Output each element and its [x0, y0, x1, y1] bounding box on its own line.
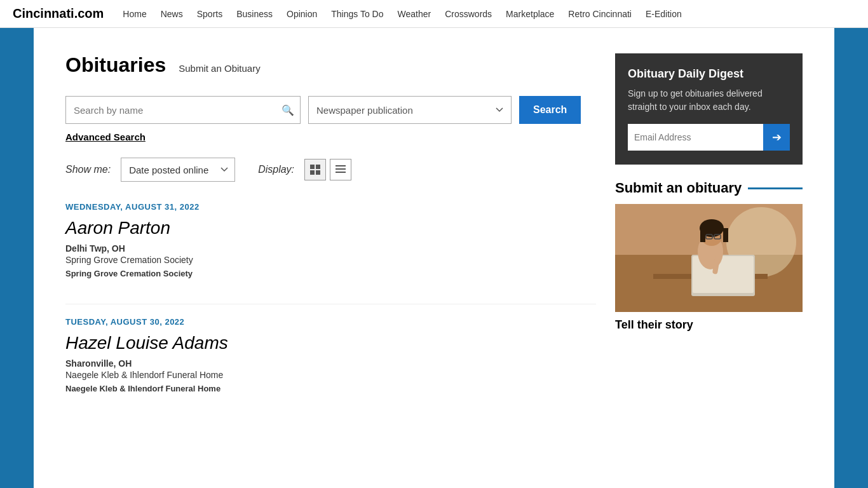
submit-obit-title: Submit an obituary: [615, 180, 803, 196]
filter-row: Show me: Date posted online Date of pass…: [65, 158, 596, 182]
display-icons: [304, 159, 351, 180]
tell-story-label: Tell their story: [615, 318, 803, 332]
sidebar: Obituary Daily Digest Sign up to get obi…: [615, 53, 803, 463]
submit-obit-image[interactable]: [615, 204, 803, 312]
submit-obituary-link[interactable]: Submit an Obituary: [179, 63, 260, 74]
obit-date-0: WEDNESDAY, AUGUST 31, 2022: [65, 202, 596, 212]
nav-weather[interactable]: Weather: [398, 9, 431, 19]
obit-funeral-link-1[interactable]: Naegele Kleb & Ihlendorf Funeral Home: [65, 384, 596, 393]
nav-news[interactable]: News: [161, 9, 183, 19]
display-label: Display:: [258, 164, 294, 175]
obit-name-0[interactable]: Aaron Parton: [65, 218, 596, 238]
nav-retro[interactable]: Retro Cincinnati: [568, 9, 632, 19]
digest-desc: Sign up to get obituaries delivered stra…: [628, 87, 790, 114]
nav-e-edition[interactable]: E-Edition: [646, 9, 682, 19]
nav-marketplace[interactable]: Marketplace: [506, 9, 554, 19]
svg-rect-5: [336, 168, 346, 170]
date-filter-select[interactable]: Date posted online Date of passing: [121, 158, 235, 182]
obit-funeral-1: Naegele Kleb & Ihlendorf Funeral Home: [65, 370, 596, 380]
svg-rect-6: [336, 172, 346, 173]
svg-rect-16: [700, 228, 705, 242]
search-input[interactable]: [65, 96, 301, 124]
obit-funeral-link-0[interactable]: Spring Grove Cremation Society: [65, 269, 596, 278]
svg-rect-17: [723, 228, 728, 242]
page-title-row: Obituaries Submit an Obituary: [65, 53, 596, 77]
svg-rect-1: [316, 165, 320, 169]
svg-rect-2: [310, 170, 315, 175]
show-me-label: Show me:: [65, 164, 111, 175]
page-title: Obituaries: [65, 53, 166, 77]
site-logo[interactable]: Cincinnati.com: [13, 6, 104, 21]
grid-view-button[interactable]: [304, 159, 326, 180]
obit-name-1[interactable]: Hazel Louise Adams: [65, 333, 596, 353]
advanced-search-link[interactable]: Advanced Search: [65, 132, 146, 142]
publication-select[interactable]: Newspaper publication Cincinnati Enquire…: [308, 96, 512, 124]
digest-box: Obituary Daily Digest Sign up to get obi…: [615, 53, 803, 165]
content-area: Obituaries Submit an Obituary 🔍 Newspape…: [65, 53, 596, 463]
obit-location-0: Delhi Twp, OH: [65, 243, 596, 254]
page-wrapper: Obituaries Submit an Obituary 🔍 Newspape…: [34, 28, 834, 488]
nav-home[interactable]: Home: [123, 9, 146, 19]
svg-rect-3: [316, 170, 320, 175]
obituary-entry-0: WEDNESDAY, AUGUST 31, 2022 Aaron Parton …: [65, 202, 596, 278]
nav-links: Home News Sports Business Opinion Things…: [123, 8, 681, 20]
svg-rect-4: [336, 165, 346, 166]
email-row: ➔: [628, 124, 790, 151]
obit-location-1: Sharonville, OH: [65, 358, 596, 369]
obituary-entry-1: TUESDAY, AUGUST 30, 2022 Hazel Louise Ad…: [65, 317, 596, 393]
submit-obituary-section: Submit an obituary: [615, 180, 803, 332]
nav-sports[interactable]: Sports: [197, 9, 222, 19]
list-view-button[interactable]: [330, 159, 351, 180]
search-row: 🔍 Newspaper publication Cincinnati Enqui…: [65, 96, 596, 142]
obit-funeral-0: Spring Grove Cremation Society: [65, 255, 596, 265]
email-submit-button[interactable]: ➔: [763, 124, 790, 151]
search-input-wrap: 🔍: [65, 96, 301, 124]
nav-opinion[interactable]: Opinion: [287, 9, 317, 19]
main-nav: Cincinnati.com Home News Sports Business…: [0, 0, 868, 28]
obit-divider-0: [65, 304, 596, 304]
svg-rect-0: [310, 165, 315, 169]
search-button[interactable]: Search: [519, 96, 581, 124]
nav-things-to-do[interactable]: Things To Do: [331, 9, 383, 19]
digest-title: Obituary Daily Digest: [628, 67, 790, 81]
email-input[interactable]: [628, 124, 763, 151]
nav-business[interactable]: Business: [236, 9, 273, 19]
obit-date-1: TUESDAY, AUGUST 30, 2022: [65, 317, 596, 327]
nav-crosswords[interactable]: Crosswords: [445, 9, 492, 19]
